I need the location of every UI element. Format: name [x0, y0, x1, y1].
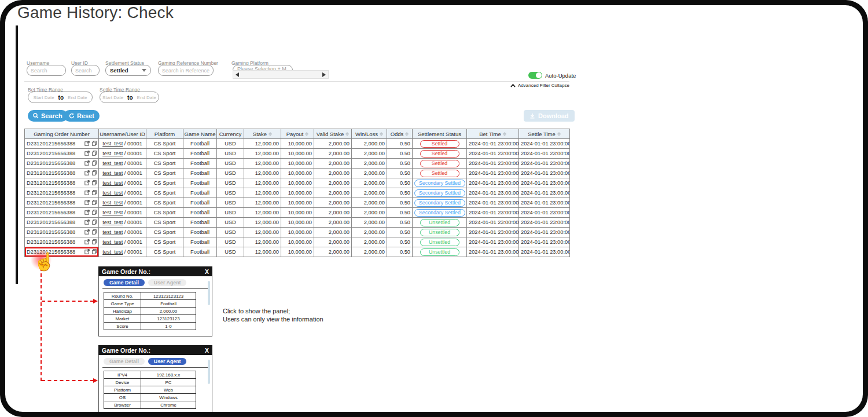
- username-link[interactable]: test_test: [102, 229, 123, 235]
- column-header-bet-time[interactable]: Bet Time: [467, 129, 519, 139]
- username-input[interactable]: [27, 65, 66, 76]
- external-link-icon[interactable]: [84, 249, 90, 255]
- gaming-order-number-cell[interactable]: D231201215656388: [25, 198, 99, 208]
- gaming-order-number-cell[interactable]: D231201215656388: [25, 208, 99, 218]
- sort-icon[interactable]: [345, 132, 349, 136]
- settle-time-range-picker[interactable]: Start Date to End Date: [100, 92, 159, 103]
- copy-icon[interactable]: [92, 249, 97, 255]
- external-link-icon[interactable]: [84, 200, 90, 206]
- gaming-order-number-cell[interactable]: D231201215656388: [25, 178, 99, 188]
- external-link-icon[interactable]: [84, 239, 90, 246]
- sort-icon[interactable]: [380, 132, 383, 136]
- external-link-icon[interactable]: [84, 180, 90, 186]
- gaming-order-number-cell[interactable]: D231201215656388: [25, 139, 99, 149]
- external-link-icon[interactable]: [84, 210, 90, 216]
- sort-icon[interactable]: [405, 132, 409, 136]
- external-link-icon[interactable]: [84, 160, 90, 167]
- copy-icon[interactable]: [92, 160, 97, 167]
- external-link-icon[interactable]: [84, 141, 90, 147]
- username-link[interactable]: test_test: [102, 170, 123, 176]
- sort-icon[interactable]: [269, 132, 272, 136]
- download-button[interactable]: Download: [524, 110, 575, 122]
- column-header-odds[interactable]: Odds: [387, 129, 413, 139]
- external-link-icon[interactable]: [84, 220, 90, 226]
- bet-end-date[interactable]: End Date: [68, 95, 87, 100]
- username-link[interactable]: test_test: [102, 151, 123, 156]
- currency-cell: USD: [217, 237, 244, 247]
- close-icon[interactable]: X: [205, 347, 209, 354]
- gaming-order-number-cell[interactable]: D231201215656388: [25, 237, 99, 247]
- username-link[interactable]: test_test: [102, 210, 123, 215]
- bet-start-date[interactable]: Start Date: [34, 95, 54, 100]
- copy-icon[interactable]: [92, 180, 97, 186]
- tab-game-detail[interactable]: Game Detail: [104, 358, 145, 365]
- external-link-icon[interactable]: [84, 229, 90, 236]
- column-header-win-loss[interactable]: Win/Loss: [352, 129, 387, 139]
- gaming-order-number-cell[interactable]: D231201215656388: [25, 228, 99, 237]
- username-cell: test_test / 00001: [99, 218, 146, 228]
- settlement-status-select[interactable]: Settled: [105, 65, 151, 76]
- settle-start-date[interactable]: Start Date: [102, 95, 123, 100]
- settle-end-date[interactable]: End Date: [137, 95, 156, 100]
- advanced-filter-collapse[interactable]: Advanced Filter Collapse: [510, 83, 569, 88]
- copy-icon[interactable]: [92, 229, 97, 236]
- copy-icon[interactable]: [92, 220, 97, 226]
- copy-icon[interactable]: [92, 210, 97, 216]
- page-title: Game History: Check: [17, 5, 174, 22]
- column-header-payout[interactable]: Payout: [281, 129, 314, 139]
- gaming-reference-input[interactable]: [158, 65, 214, 76]
- copy-icon[interactable]: [92, 200, 97, 206]
- auto-update-toggle[interactable]: [528, 72, 542, 79]
- column-header-valid-stake[interactable]: Valid Stake: [314, 129, 352, 139]
- username-link[interactable]: test_test: [102, 180, 123, 186]
- username-link[interactable]: test_test: [102, 239, 123, 245]
- gaming-order-number-cell[interactable]: D231201215656388: [25, 218, 99, 228]
- platform-horizontal-scrollbar[interactable]: [233, 70, 329, 79]
- search-button[interactable]: Search: [28, 110, 68, 122]
- username-link[interactable]: test_test: [102, 200, 123, 206]
- gaming-order-number-cell[interactable]: D231201215656388: [25, 149, 99, 159]
- copy-icon[interactable]: [92, 170, 97, 177]
- gaming-order-number-cell[interactable]: D231201215656388: [25, 159, 99, 169]
- external-link-icon[interactable]: [84, 170, 90, 177]
- popup-scrollbar[interactable]: [208, 281, 210, 305]
- stake-cell: 12,000.00: [244, 198, 281, 208]
- advanced-filter-label: Advanced Filter Collapse: [518, 83, 569, 88]
- popup-row-label: Market: [104, 315, 141, 323]
- sort-icon[interactable]: [503, 132, 506, 136]
- username-link[interactable]: test_test: [102, 190, 123, 196]
- external-link-icon[interactable]: [84, 151, 90, 157]
- copy-icon[interactable]: [92, 151, 97, 157]
- username-link[interactable]: test_test: [102, 141, 123, 147]
- gaming-order-number-cell[interactable]: D231201215656388: [25, 188, 99, 198]
- gaming-order-number-cell[interactable]: D231201215656388: [25, 169, 99, 178]
- column-header-settle-time[interactable]: Settle Time: [519, 129, 570, 139]
- copy-icon[interactable]: [92, 190, 97, 196]
- tab-user-agent[interactable]: User Agent: [148, 358, 187, 365]
- username-link[interactable]: test_test: [102, 249, 123, 255]
- username-cell: test_test / 00001: [99, 228, 146, 237]
- column-header-stake[interactable]: Stake: [244, 129, 281, 139]
- close-icon[interactable]: X: [205, 268, 209, 275]
- odds-cell: 0.50: [387, 149, 413, 159]
- reset-button[interactable]: Reset: [64, 110, 100, 122]
- sort-icon[interactable]: [305, 132, 308, 136]
- popup-scrollbar[interactable]: [208, 360, 210, 384]
- tab-game-detail[interactable]: Game Detail: [104, 279, 145, 286]
- tab-user-agent[interactable]: User Agent: [148, 279, 187, 286]
- username-link[interactable]: test_test: [102, 160, 123, 166]
- popup-row-label: IPV4: [104, 371, 141, 379]
- username-link[interactable]: test_test: [102, 220, 123, 225]
- popup-row-label: OS: [104, 394, 141, 401]
- copy-icon[interactable]: [92, 141, 97, 147]
- user-id-input[interactable]: [71, 65, 100, 76]
- bet-time-range-picker[interactable]: Start Date to End Date: [28, 92, 93, 103]
- table-header-row: Gaming Order NumberUsername/User IDPlatf…: [25, 129, 570, 139]
- odds-cell: 0.50: [387, 188, 413, 198]
- scroll-right-icon[interactable]: [322, 72, 326, 77]
- win-loss-cell: 2,000.00: [352, 149, 387, 159]
- sort-icon[interactable]: [557, 132, 561, 136]
- external-link-icon[interactable]: [84, 190, 90, 196]
- scroll-left-icon[interactable]: [236, 72, 239, 77]
- copy-icon[interactable]: [92, 239, 97, 246]
